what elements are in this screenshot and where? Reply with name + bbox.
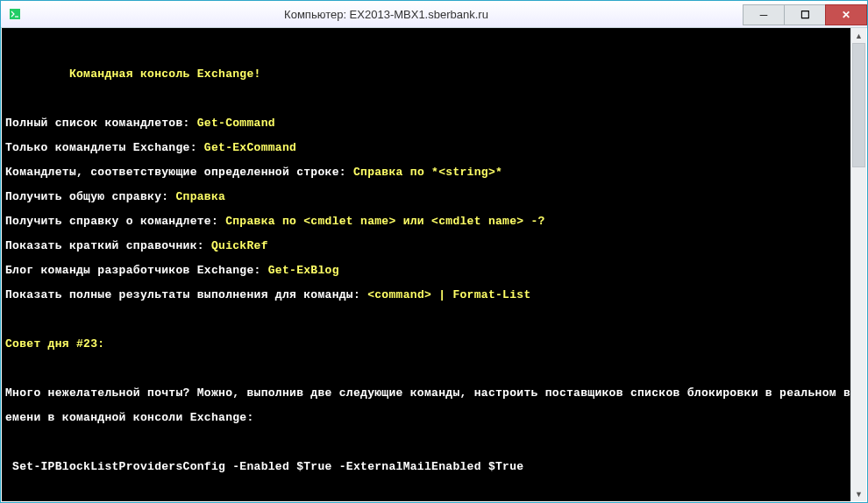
- vertical-scrollbar[interactable]: ▲ ▼: [850, 28, 866, 501]
- maximize-button[interactable]: ☐: [784, 4, 826, 25]
- window-title: Компьютер: EX2013-MBX1.sberbank.ru: [29, 8, 743, 21]
- chevron-down-icon: ▼: [855, 490, 863, 499]
- help-text: Показать краткий справочник:: [5, 239, 211, 252]
- console-window: Компьютер: EX2013-MBX1.sberbank.ru ─ ☐ ✕…: [0, 0, 868, 503]
- help-cmd: <command> | Format-List: [367, 288, 530, 301]
- help-cmd: QuickRef: [211, 239, 268, 252]
- help-text: Получить справку о командлете:: [5, 215, 225, 228]
- window-controls: ─ ☐ ✕: [743, 4, 867, 24]
- scrollbar-track[interactable]: [851, 43, 866, 486]
- help-cmd: Справка по <cmdlet name> или <cmdlet nam…: [225, 215, 545, 228]
- help-cmd: Справка по *<string>*: [353, 166, 502, 179]
- help-cmd: Get-Command: [197, 117, 275, 130]
- close-button[interactable]: ✕: [825, 4, 867, 25]
- scroll-up-button[interactable]: ▲: [851, 28, 866, 43]
- help-cmd: Справка: [175, 190, 225, 203]
- tip-text: Много нежелательной почты? Можно, выполн…: [5, 387, 847, 400]
- terminal-output[interactable]: Командная консоль Exchange! Полный списо…: [2, 28, 850, 501]
- help-cmd: Get-ExCommand: [204, 141, 296, 154]
- minimize-button[interactable]: ─: [743, 4, 785, 25]
- help-text: Получить общую справку:: [5, 190, 175, 203]
- command-text: Set-IPBlockListProvidersConfig -Enabled …: [5, 461, 847, 473]
- tip-text: емени в командной консоли Exchange:: [5, 412, 847, 424]
- help-cmd: Get-ExBlog: [268, 264, 339, 277]
- app-icon: [8, 7, 22, 21]
- help-text: Только командлеты Exchange:: [5, 141, 204, 154]
- help-text: Блог команды разработчиков Exchange:: [5, 264, 268, 277]
- help-text: Показать полные результаты выполнения дл…: [5, 288, 367, 301]
- svg-rect-0: [10, 9, 20, 19]
- scroll-down-button[interactable]: ▼: [851, 486, 866, 501]
- scrollbar-thumb[interactable]: [852, 43, 865, 167]
- help-text: Полный список командлетов:: [5, 117, 197, 130]
- minimize-icon: ─: [760, 9, 768, 21]
- tip-header: Совет дня #23:: [5, 338, 847, 351]
- help-text: Командлеты, соответствующие определенной…: [5, 166, 353, 179]
- titlebar[interactable]: Компьютер: EX2013-MBX1.sberbank.ru ─ ☐ ✕: [1, 1, 867, 28]
- chevron-up-icon: ▲: [855, 32, 863, 40]
- close-icon: ✕: [842, 9, 850, 21]
- maximize-icon: ☐: [800, 9, 810, 21]
- console-header: Командная консоль Exchange!: [5, 68, 847, 81]
